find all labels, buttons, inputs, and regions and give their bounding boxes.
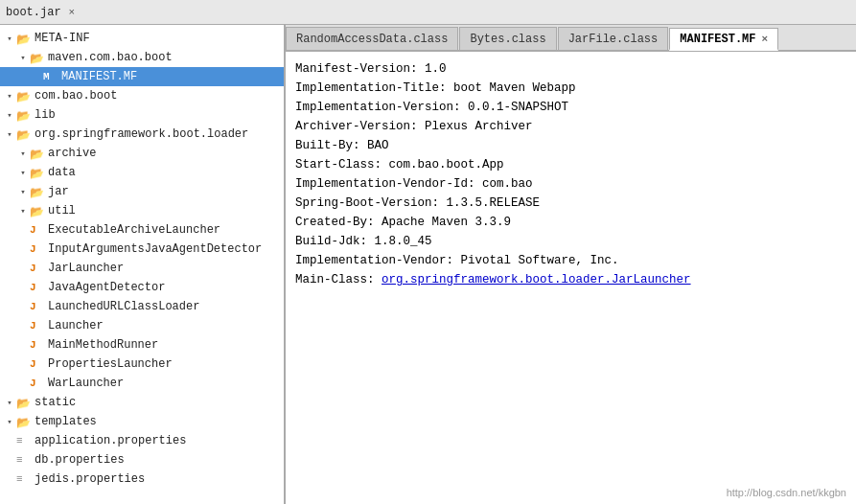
folder-open-icon: [16, 128, 32, 140]
tree-item-label: MANIFEST.MF: [61, 70, 137, 83]
tab-tab-random[interactable]: RandomAccessData.class: [286, 27, 458, 50]
tree-item-jedis-props[interactable]: ≡jedis.properties: [0, 470, 284, 489]
tree-item-MainMethodRunner[interactable]: JMainMethodRunner: [0, 335, 284, 355]
props-file-icon: ≡: [16, 473, 32, 485]
tree-item-archive[interactable]: archive: [0, 144, 284, 163]
java-file-icon: J: [30, 339, 45, 351]
tree-item-label: LaunchedURLClassLoader: [48, 300, 199, 313]
tree-item-db-props[interactable]: ≡db.properties: [0, 450, 284, 470]
expand-icon[interactable]: [17, 205, 29, 217]
tree-item-label: lib: [35, 108, 56, 122]
expand-icon[interactable]: [4, 33, 15, 44]
tree-item-meta-inf[interactable]: META-INF: [0, 29, 284, 48]
java-file-icon: J: [30, 263, 45, 274]
tree-item-manifest-mf[interactable]: MMANIFEST.MF: [0, 67, 284, 86]
java-file-icon: J: [30, 320, 45, 332]
tree-item-data[interactable]: data: [0, 163, 284, 182]
manifest-line: Archiver-Version: Plexus Archiver: [295, 117, 846, 136]
tab-close-icon[interactable]: ×: [762, 34, 769, 45]
folder-open-icon: [30, 52, 45, 63]
title-bar: boot.jar ×: [0, 0, 856, 25]
expand-icon[interactable]: [17, 358, 29, 370]
tab-label: MANIFEST.MF: [680, 33, 755, 46]
folder-open-icon: [30, 167, 45, 178]
tree-item-maven-com-bao-boot[interactable]: maven.com.bao.boot: [0, 48, 284, 67]
tree-item-label: PropertiesLauncher: [48, 357, 173, 371]
tree-item-com-bao-boot[interactable]: com.bao.boot: [0, 86, 284, 105]
expand-icon[interactable]: [17, 378, 29, 389]
expand-icon[interactable]: [4, 128, 15, 140]
tree-item-org-springframework[interactable]: org.springframework.boot.loader: [0, 125, 284, 144]
tree-item-Launcher[interactable]: JLauncher: [0, 316, 284, 335]
tree-item-label: Launcher: [48, 319, 104, 332]
tree-item-jar[interactable]: jar: [0, 182, 284, 201]
expand-icon[interactable]: [17, 224, 29, 236]
folder-open-icon: [30, 205, 45, 217]
folder-open-icon: [16, 109, 32, 121]
tree-item-label: ExecutableArchiveLauncher: [48, 223, 220, 237]
tree-item-InputArguments[interactable]: JInputArgumentsJavaAgentDetector: [0, 240, 284, 259]
expand-icon[interactable]: [4, 435, 15, 447]
tree-item-util[interactable]: util: [0, 201, 284, 220]
tree-item-label: util: [48, 204, 76, 218]
folder-open-icon: [16, 90, 32, 102]
java-file-icon: J: [30, 282, 45, 293]
expand-icon[interactable]: [4, 454, 15, 466]
title-label: boot.jar: [6, 6, 61, 19]
java-file-icon: J: [30, 301, 45, 312]
expand-icon[interactable]: [17, 339, 29, 351]
tab-tab-manifest[interactable]: MANIFEST.MF×: [669, 28, 778, 51]
expand-icon[interactable]: [17, 301, 29, 312]
main-area: META-INFmaven.com.bao.bootMMANIFEST.MFco…: [0, 25, 856, 504]
expand-icon[interactable]: [17, 186, 29, 197]
props-file-icon: ≡: [16, 435, 32, 447]
tree-item-templates[interactable]: templates: [0, 412, 284, 431]
tree-item-label: JavaAgentDetector: [48, 281, 165, 294]
expand-icon[interactable]: [17, 320, 29, 332]
tab-tab-bytes[interactable]: Bytes.class: [459, 27, 556, 50]
manifest-line: Manifest-Version: 1.0: [295, 59, 846, 79]
expand-icon[interactable]: [17, 52, 29, 63]
tree-item-label: InputArgumentsJavaAgentDetector: [48, 242, 262, 256]
folder-open-icon: [16, 33, 32, 44]
tree-item-lib[interactable]: lib: [0, 105, 284, 125]
expand-icon[interactable]: [4, 109, 15, 121]
expand-icon[interactable]: [4, 416, 15, 427]
tree-item-label: db.properties: [35, 453, 125, 467]
expand-icon[interactable]: [4, 397, 15, 408]
tree-item-label: WarLauncher: [48, 377, 124, 390]
tab-label: Bytes.class: [470, 33, 545, 46]
tree-item-label: static: [35, 396, 76, 409]
tree-item-JavaAgentDetector[interactable]: JJavaAgentDetector: [0, 278, 284, 297]
manifest-line: Implementation-Title: boot Maven Webapp: [295, 79, 846, 98]
tree-item-application-props[interactable]: ≡application.properties: [0, 431, 284, 450]
expand-icon[interactable]: [17, 167, 29, 178]
main-class-link[interactable]: org.springframework.boot.loader.JarLaunc…: [382, 273, 691, 286]
expand-icon[interactable]: [17, 282, 29, 293]
manifest-line: Main-Class: org.springframework.boot.loa…: [295, 270, 846, 289]
expand-icon[interactable]: [4, 473, 15, 485]
tree-item-PropertiesLauncher[interactable]: JPropertiesLauncher: [0, 355, 284, 374]
tree-item-WarLauncher[interactable]: JWarLauncher: [0, 374, 284, 393]
expand-icon[interactable]: [17, 263, 29, 274]
tree-item-label: MainMethodRunner: [48, 338, 158, 352]
tree-item-label: maven.com.bao.boot: [48, 51, 173, 64]
tree-item-JarLauncher[interactable]: JJarLauncher: [0, 259, 284, 278]
expand-icon[interactable]: [17, 243, 29, 255]
right-panel: RandomAccessData.classBytes.classJarFile…: [286, 25, 856, 504]
expand-icon[interactable]: [4, 90, 15, 102]
title-close-icon[interactable]: ×: [69, 7, 76, 18]
tree-item-ExecArchiveLauncher[interactable]: JExecutableArchiveLauncher: [0, 220, 284, 240]
tree-item-label: jedis.properties: [35, 472, 145, 486]
tree-item-label: application.properties: [35, 434, 186, 447]
tree-item-static[interactable]: static: [0, 393, 284, 412]
java-file-icon: J: [30, 378, 45, 389]
expand-icon[interactable]: [17, 148, 29, 159]
tab-tab-jarfile[interactable]: JarFile.class: [558, 27, 669, 50]
tree-item-LaunchedURLClassLoader[interactable]: JLaunchedURLClassLoader: [0, 297, 284, 316]
expand-icon[interactable]: [31, 71, 42, 82]
folder-open-icon: [16, 416, 32, 427]
tree-item-label: data: [48, 166, 76, 179]
manifest-line: Spring-Boot-Version: 1.3.5.RELEASE: [295, 194, 846, 213]
content-area: Manifest-Version: 1.0Implementation-Titl…: [286, 52, 856, 504]
